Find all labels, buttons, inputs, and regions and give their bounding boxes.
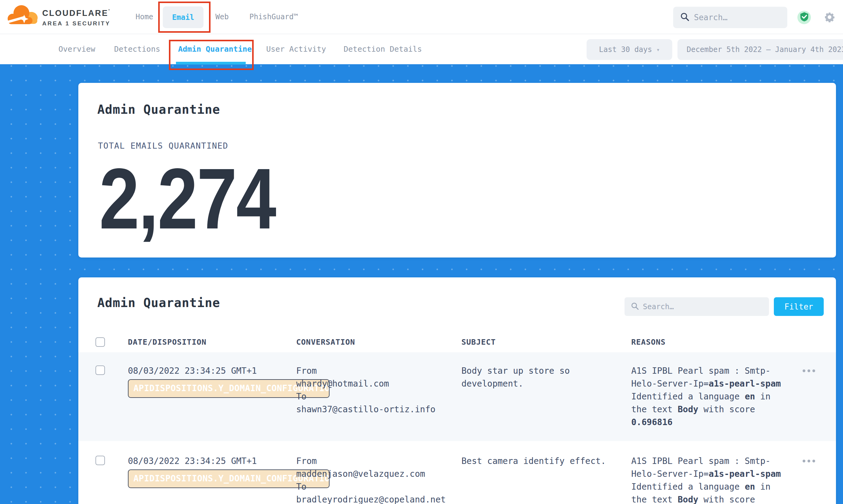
- row-date: 08/03/2022 23:34:25 GMT+1: [128, 366, 257, 376]
- column-header-reasons: REASONS: [631, 338, 786, 346]
- tab-admin-quarantine[interactable]: Admin Quarantine: [178, 34, 252, 64]
- nav-item-email-active[interactable]: Email: [163, 6, 204, 28]
- summary-card-title: Admin Quarantine: [97, 103, 220, 116]
- top-navbar: CLOUDFLARE’ AREA 1 SECURITY Home Email W…: [0, 0, 843, 34]
- email-section-tabs: Overview Detections Admin Quarantine Use…: [0, 34, 843, 64]
- protection-status-badge[interactable]: [797, 11, 811, 24]
- nav-item-phishguard[interactable]: PhishGuard™: [249, 0, 298, 34]
- table-row: 08/03/2022 23:34:25 GMT+1 APIDISPOSITION…: [78, 352, 836, 441]
- cell-conversation: From whardy@hotmail.com To shawn37@casti…: [296, 364, 461, 429]
- cell-reasons: A1S IPBL Pearl spam : Smtp-Helo-Server-I…: [631, 364, 786, 429]
- table-row: 08/03/2022 23:34:25 GMT+1 APIDISPOSITION…: [78, 443, 836, 504]
- cloudflare-logo[interactable]: CLOUDFLARE’ AREA 1 SECURITY: [7, 3, 110, 29]
- nav-item-home[interactable]: Home: [136, 0, 153, 34]
- cell-subject: Body star up store so development.: [461, 364, 631, 429]
- tab-detections[interactable]: Detections: [114, 34, 160, 64]
- column-header-subject: SUBJECT: [461, 338, 631, 346]
- from-label: From: [296, 364, 461, 377]
- cell-conversation: From maddenjason@velazquez.com To bradle…: [296, 455, 461, 504]
- column-header-conversation: CONVERSATION: [296, 338, 461, 346]
- to-label: To: [296, 390, 461, 403]
- row-actions-menu-icon[interactable]: [802, 367, 816, 374]
- from-email: whardy@hotmail.com: [296, 377, 461, 390]
- tab-detection-details[interactable]: Detection Details: [344, 34, 422, 64]
- active-tab-indicator: [176, 62, 246, 65]
- tab-overview[interactable]: Overview: [58, 34, 95, 64]
- nav-item-web[interactable]: Web: [215, 0, 229, 34]
- brand-subtitle: AREA 1 SECURITY: [42, 20, 110, 27]
- table-search-input[interactable]: [643, 303, 747, 311]
- shield-check-icon: [800, 12, 808, 23]
- to-email: bradleyrodriguez@copeland.net: [296, 493, 461, 504]
- cloudflare-cloud-icon: [7, 3, 40, 29]
- table-header-row: DATE/DISPOSITION CONVERSATION SUBJECT RE…: [78, 332, 836, 352]
- date-range-text: December 5th 2022 — January 4th 2023: [687, 45, 843, 54]
- column-header-date-disposition: DATE/DISPOSITION: [128, 338, 296, 346]
- from-email: maddenjason@velazquez.com: [296, 468, 461, 481]
- global-search-input[interactable]: [694, 13, 769, 22]
- to-email: shawn37@castillo-ortiz.info: [296, 403, 461, 416]
- from-label: From: [296, 455, 461, 468]
- search-icon: [680, 12, 690, 23]
- tab-user-activity[interactable]: User Activity: [266, 34, 326, 64]
- dashboard-canvas: Admin Quarantine TOTAL EMAILS QUARANTINE…: [0, 64, 843, 504]
- to-label: To: [296, 481, 461, 493]
- row-actions-menu-icon[interactable]: [802, 458, 816, 464]
- settings-gear-icon[interactable]: [824, 12, 835, 24]
- cell-reasons: A1S IPBL Pearl spam : Smtp-Helo-Server-I…: [631, 455, 786, 504]
- row-checkbox[interactable]: [95, 456, 105, 465]
- quarantine-table-card: Admin Quarantine Filter DATE/DISPOSITION…: [78, 277, 836, 504]
- table-card-title: Admin Quarantine: [97, 296, 220, 310]
- row-date: 08/03/2022 23:34:25 GMT+1: [128, 456, 257, 466]
- metric-label: TOTAL EMAILS QUARANTINED: [98, 141, 228, 150]
- quarantine-summary-card: Admin Quarantine TOTAL EMAILS QUARANTINE…: [78, 83, 836, 257]
- cell-subject: Best camera identify effect.: [461, 455, 631, 504]
- date-range-display[interactable]: December 5th 2022 — January 4th 2023: [678, 39, 843, 60]
- brand-tick: ’: [108, 8, 110, 14]
- search-icon: [631, 302, 639, 312]
- period-dropdown[interactable]: Last 30 days ▾: [586, 39, 672, 60]
- global-search[interactable]: [673, 7, 787, 28]
- row-checkbox[interactable]: [95, 365, 105, 375]
- select-all-checkbox[interactable]: [95, 337, 105, 347]
- cell-date-disposition: 08/03/2022 23:34:25 GMT+1 APIDISPOSITION…: [128, 364, 296, 429]
- table-search[interactable]: [625, 297, 769, 316]
- brand-name: CLOUDFLARE’: [42, 8, 110, 18]
- table-body: 08/03/2022 23:34:25 GMT+1 APIDISPOSITION…: [78, 352, 836, 504]
- total-quarantined-value: 2,274: [99, 156, 275, 242]
- chevron-down-icon: ▾: [656, 46, 660, 53]
- cell-date-disposition: 08/03/2022 23:34:25 GMT+1 APIDISPOSITION…: [128, 455, 296, 504]
- period-dropdown-label: Last 30 days: [599, 45, 652, 54]
- filter-button[interactable]: Filter: [774, 297, 824, 316]
